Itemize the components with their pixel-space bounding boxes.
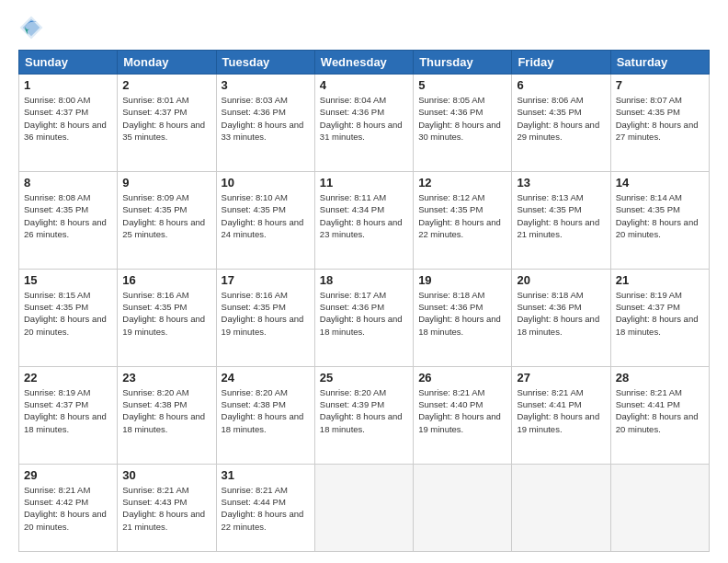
calendar-day-14: 14Sunrise: 8:14 AMSunset: 4:35 PMDayligh…: [610, 171, 709, 269]
calendar-day-5: 5Sunrise: 8:05 AMSunset: 4:36 PMDaylight…: [414, 75, 512, 172]
calendar-week-5: 29Sunrise: 8:21 AMSunset: 4:42 PMDayligh…: [19, 464, 710, 551]
calendar-day-9: 9Sunrise: 8:09 AMSunset: 4:35 PMDaylight…: [118, 171, 216, 269]
calendar-day-27: 27Sunrise: 8:21 AMSunset: 4:41 PMDayligh…: [512, 366, 610, 464]
calendar-empty: [414, 464, 512, 551]
calendar-day-28: 28Sunrise: 8:21 AMSunset: 4:41 PMDayligh…: [610, 366, 709, 464]
calendar-day-3: 3Sunrise: 8:03 AMSunset: 4:36 PMDaylight…: [216, 75, 314, 172]
day-header-thursday: Thursday: [414, 51, 512, 75]
calendar-day-4: 4Sunrise: 8:04 AMSunset: 4:36 PMDaylight…: [314, 75, 413, 172]
calendar-day-22: 22Sunrise: 8:19 AMSunset: 4:37 PMDayligh…: [19, 366, 118, 464]
calendar-day-17: 17Sunrise: 8:16 AMSunset: 4:35 PMDayligh…: [216, 269, 314, 366]
calendar-week-1: 1Sunrise: 8:00 AMSunset: 4:37 PMDaylight…: [19, 75, 710, 172]
calendar-day-6: 6Sunrise: 8:06 AMSunset: 4:35 PMDaylight…: [512, 75, 610, 172]
calendar-day-1: 1Sunrise: 8:00 AMSunset: 4:37 PMDaylight…: [19, 75, 118, 172]
calendar-day-13: 13Sunrise: 8:13 AMSunset: 4:35 PMDayligh…: [512, 171, 610, 269]
page: SundayMondayTuesdayWednesdayThursdayFrid…: [0, 0, 728, 563]
calendar-day-25: 25Sunrise: 8:20 AMSunset: 4:39 PMDayligh…: [314, 366, 413, 464]
calendar-day-29: 29Sunrise: 8:21 AMSunset: 4:42 PMDayligh…: [19, 464, 118, 551]
day-header-sunday: Sunday: [19, 51, 118, 75]
calendar-empty: [512, 464, 610, 551]
calendar-day-21: 21Sunrise: 8:19 AMSunset: 4:37 PMDayligh…: [610, 269, 709, 366]
day-header-friday: Friday: [512, 51, 610, 75]
day-header-tuesday: Tuesday: [216, 51, 314, 75]
calendar-table: SundayMondayTuesdayWednesdayThursdayFrid…: [18, 50, 710, 552]
calendar-day-26: 26Sunrise: 8:21 AMSunset: 4:40 PMDayligh…: [414, 366, 512, 464]
calendar-day-11: 11Sunrise: 8:11 AMSunset: 4:34 PMDayligh…: [314, 171, 413, 269]
calendar-day-24: 24Sunrise: 8:20 AMSunset: 4:38 PMDayligh…: [216, 366, 314, 464]
calendar-week-4: 22Sunrise: 8:19 AMSunset: 4:37 PMDayligh…: [19, 366, 710, 464]
calendar-day-8: 8Sunrise: 8:08 AMSunset: 4:35 PMDaylight…: [19, 171, 118, 269]
day-header-monday: Monday: [118, 51, 216, 75]
calendar-day-19: 19Sunrise: 8:18 AMSunset: 4:36 PMDayligh…: [414, 269, 512, 366]
calendar-day-16: 16Sunrise: 8:16 AMSunset: 4:35 PMDayligh…: [118, 269, 216, 366]
calendar-day-10: 10Sunrise: 8:10 AMSunset: 4:35 PMDayligh…: [216, 171, 314, 269]
calendar-day-12: 12Sunrise: 8:12 AMSunset: 4:35 PMDayligh…: [414, 171, 512, 269]
calendar-day-18: 18Sunrise: 8:17 AMSunset: 4:36 PMDayligh…: [314, 269, 413, 366]
calendar-day-15: 15Sunrise: 8:15 AMSunset: 4:35 PMDayligh…: [19, 269, 118, 366]
calendar-day-31: 31Sunrise: 8:21 AMSunset: 4:44 PMDayligh…: [216, 464, 314, 551]
calendar-header-row: SundayMondayTuesdayWednesdayThursdayFrid…: [19, 51, 710, 75]
calendar-day-23: 23Sunrise: 8:20 AMSunset: 4:38 PMDayligh…: [118, 366, 216, 464]
calendar-week-3: 15Sunrise: 8:15 AMSunset: 4:35 PMDayligh…: [19, 269, 710, 366]
calendar-day-20: 20Sunrise: 8:18 AMSunset: 4:36 PMDayligh…: [512, 269, 610, 366]
day-header-saturday: Saturday: [610, 51, 709, 75]
logo-icon: [18, 15, 44, 40]
calendar-day-2: 2Sunrise: 8:01 AMSunset: 4:37 PMDaylight…: [118, 75, 216, 172]
calendar-empty: [610, 464, 709, 551]
calendar-day-30: 30Sunrise: 8:21 AMSunset: 4:43 PMDayligh…: [118, 464, 216, 551]
day-header-wednesday: Wednesday: [314, 51, 413, 75]
header: [18, 15, 710, 40]
logo: [18, 15, 48, 40]
calendar-empty: [314, 464, 413, 551]
calendar-week-2: 8Sunrise: 8:08 AMSunset: 4:35 PMDaylight…: [19, 171, 710, 269]
calendar-day-7: 7Sunrise: 8:07 AMSunset: 4:35 PMDaylight…: [610, 75, 709, 172]
